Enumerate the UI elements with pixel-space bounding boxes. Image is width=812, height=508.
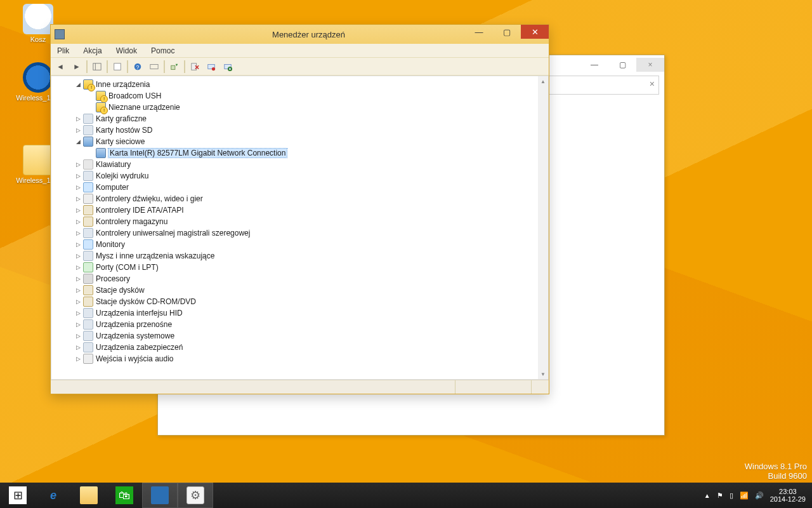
minimize-button[interactable]: — <box>465 25 493 39</box>
back-button[interactable]: ◄ <box>53 60 67 74</box>
tree-category[interactable]: ▷Urządzenia systemowe <box>51 330 538 342</box>
tree-category[interactable]: ▷Monitory <box>51 239 538 250</box>
expand-icon[interactable]: ▷ <box>74 126 82 134</box>
tree-category[interactable]: ▷Urządzenia interfejsu HID <box>51 307 538 319</box>
tree-item-label: Broadcom USH <box>108 91 161 100</box>
expand-icon[interactable]: ▷ <box>74 241 82 248</box>
tree-item[interactable]: Nieznane urządzenie <box>51 102 538 113</box>
expand-icon[interactable]: ▷ <box>74 229 82 237</box>
expand-icon[interactable]: ▷ <box>74 252 82 260</box>
close-button[interactable]: ✕ <box>521 25 549 39</box>
expand-icon[interactable]: ▷ <box>74 332 82 340</box>
tree-category[interactable]: ▷Stacje dysków CD-ROM/DVD <box>51 296 538 307</box>
taskbar-explorer[interactable] <box>71 483 107 508</box>
tree-category[interactable]: ▷Komputer <box>51 182 538 193</box>
menu-help[interactable]: Pomoc <box>148 45 177 57</box>
toolbar: ◄ ► ? <box>51 58 549 76</box>
taskbar-control-panel[interactable] <box>142 483 178 508</box>
tree-category[interactable]: ▷Kolejki wydruku <box>51 170 538 182</box>
tree-item-label: Kolejki wydruku <box>96 171 148 180</box>
tree-category[interactable]: ▷Urządzenia zabezpieczeń <box>51 342 538 353</box>
tree-category[interactable]: ▷Klawiatury <box>51 159 538 170</box>
scroll-down-button[interactable]: ▼ <box>538 369 548 379</box>
svg-rect-12 <box>225 64 232 69</box>
collapse-icon[interactable]: ◢ <box>74 81 82 88</box>
device-tree[interactable]: ◢Inne urządzeniaBroadcom USHNieznane urz… <box>51 76 549 380</box>
expand-icon[interactable]: ▷ <box>74 286 82 294</box>
tree-item-label: Kontrolery IDE ATA/ATAPI <box>96 206 184 215</box>
expand-icon[interactable]: ▷ <box>74 184 82 191</box>
tree-category-other-devices[interactable]: ◢Inne urządzenia <box>51 79 538 90</box>
scan-hardware-button[interactable] <box>221 60 235 74</box>
tree-category[interactable]: ▷Kontrolery magazynu <box>51 216 538 227</box>
tree-category[interactable]: ▷Wejścia i wyjścia audio <box>51 353 538 364</box>
warn-icon <box>96 91 106 101</box>
show-hide-tree-button[interactable] <box>90 60 104 74</box>
collapse-icon[interactable]: ◢ <box>74 138 82 145</box>
close-button[interactable]: × <box>636 58 664 72</box>
expand-icon[interactable]: ▷ <box>74 206 82 214</box>
taskbar-ie[interactable]: e <box>36 483 71 508</box>
separator <box>107 60 108 73</box>
aud-icon <box>83 194 93 204</box>
expand-icon[interactable]: ▷ <box>74 172 82 180</box>
expand-icon[interactable]: ▷ <box>74 321 82 328</box>
flag-icon[interactable]: ⚑ <box>717 491 723 500</box>
tree-category[interactable]: ▷Stacje dysków <box>51 284 538 296</box>
volume-icon[interactable]: 🔊 <box>755 491 764 500</box>
tree-category[interactable]: ▷Porty (COM i LPT) <box>51 262 538 273</box>
system-tray[interactable]: ▲ ⚑ ▯ 📶 🔊 23:03 2014-12-29 <box>702 483 812 508</box>
update-driver-button[interactable] <box>167 60 181 74</box>
tree-category-network-adapters[interactable]: ◢Karty sieciowe <box>51 136 538 147</box>
network-icon[interactable]: 📶 <box>740 491 749 500</box>
maximize-button[interactable]: ▢ <box>608 58 636 72</box>
properties-button[interactable] <box>110 60 124 74</box>
expand-icon[interactable]: ▷ <box>74 195 82 203</box>
menu-action[interactable]: Akcja <box>81 45 104 57</box>
taskbar-device-manager[interactable]: ⚙ <box>178 483 213 508</box>
tree-item[interactable]: Broadcom USH <box>51 90 538 102</box>
expand-icon[interactable]: ▷ <box>74 161 82 168</box>
minimize-button[interactable]: — <box>580 58 608 72</box>
help-button[interactable]: ? <box>131 60 145 74</box>
toolbar-button[interactable] <box>147 60 161 74</box>
expand-icon[interactable]: ▷ <box>74 218 82 225</box>
tree-category[interactable]: ▷Karty graficzne <box>51 113 538 124</box>
battery-icon[interactable]: ▯ <box>730 491 733 500</box>
expand-icon[interactable]: ▷ <box>74 275 82 283</box>
tree-category[interactable]: ▷Procesory <box>51 273 538 284</box>
tree-category[interactable]: ▷Mysz i inne urządzenia wskazujące <box>51 250 538 262</box>
app-icon <box>55 29 65 39</box>
expand-icon[interactable]: ▷ <box>74 355 82 363</box>
expand-icon[interactable]: ▷ <box>74 264 82 271</box>
expand-icon[interactable]: ▷ <box>74 115 82 123</box>
clock[interactable]: 23:03 2014-12-29 <box>770 488 806 503</box>
expand-icon[interactable]: ▷ <box>74 309 82 317</box>
expand-icon[interactable]: ▷ <box>74 298 82 305</box>
tree-category[interactable]: ▷Kontrolery IDE ATA/ATAPI <box>51 204 538 216</box>
tree-item-label: Stacje dysków <box>96 286 145 295</box>
tree-item-network-selected[interactable]: Karta Intel(R) 82577LM Gigabit Network C… <box>51 147 538 159</box>
svg-rect-6 <box>171 65 175 69</box>
start-button[interactable]: ⊞ <box>0 483 36 508</box>
tree-item-label: Nieznane urządzenie <box>108 103 180 112</box>
tray-overflow-icon[interactable]: ▲ <box>704 492 710 499</box>
clear-icon[interactable]: × <box>650 79 655 89</box>
scroll-up-button[interactable]: ▲ <box>538 76 548 86</box>
disable-button[interactable] <box>204 60 218 74</box>
tree-category[interactable]: ▷Kontrolery uniwersalnej magistrali szer… <box>51 227 538 239</box>
taskbar-store[interactable]: 🛍 <box>107 483 142 508</box>
uninstall-button[interactable] <box>188 60 202 74</box>
expand-icon[interactable]: ▷ <box>74 344 82 351</box>
disk-icon <box>83 217 93 227</box>
titlebar[interactable]: Menedżer urządzeń — ▢ ✕ <box>51 25 549 44</box>
menu-view[interactable]: Widok <box>114 45 140 57</box>
tree-category[interactable]: ▷Kontrolery dźwięku, wideo i gier <box>51 193 538 204</box>
menu-file[interactable]: Plik <box>55 45 72 57</box>
tree-category[interactable]: ▷Karty hostów SD <box>51 124 538 136</box>
tree-category[interactable]: ▷Urządzenia przenośne <box>51 319 538 330</box>
scrollbar[interactable]: ▲ ▼ <box>538 76 548 379</box>
forward-button[interactable]: ► <box>70 60 84 74</box>
separator <box>127 60 128 73</box>
maximize-button[interactable]: ▢ <box>493 25 521 39</box>
